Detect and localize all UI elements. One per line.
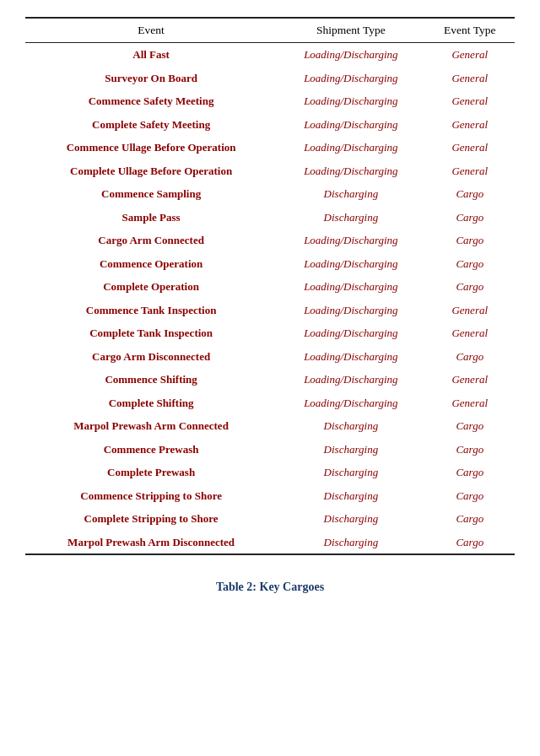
shipment-type: Discharging [277, 531, 424, 555]
shipment-type: Loading/Discharging [277, 275, 424, 299]
event-name: Commence Operation [25, 252, 277, 276]
table-caption: Table 2: Key Cargoes [25, 580, 515, 594]
table-row: Commence Safety MeetingLoading/Dischargi… [25, 89, 515, 113]
header-event-type: Event Type [425, 18, 515, 43]
shipment-type: Loading/Discharging [277, 136, 424, 159]
table-row: Complete Stripping to ShoreDischargingCa… [25, 507, 515, 531]
shipment-type: Loading/Discharging [277, 229, 424, 252]
shipment-type: Loading/Discharging [277, 43, 424, 67]
event-type: General [425, 368, 515, 392]
event-type: Cargo [425, 345, 515, 369]
event-type: General [425, 67, 515, 90]
event-type: Cargo [425, 484, 515, 508]
event-type: General [425, 113, 515, 137]
table-row: Commence Stripping to ShoreDischargingCa… [25, 484, 515, 508]
event-name: Complete Shifting [25, 392, 277, 415]
event-type: General [425, 321, 515, 345]
event-type: Cargo [425, 275, 515, 299]
table-row: Commence Ullage Before OperationLoading/… [25, 136, 515, 159]
table-row: Complete Ullage Before OperationLoading/… [25, 159, 515, 183]
event-name: Commence Tank Inspection [25, 299, 277, 322]
event-type: Cargo [425, 507, 515, 531]
table-row: Complete OperationLoading/DischargingCar… [25, 275, 515, 299]
event-name: Commence Shifting [25, 368, 277, 392]
shipment-type: Discharging [277, 438, 424, 462]
event-type: General [425, 392, 515, 415]
table-row: Commence SamplingDischargingCargo [25, 182, 515, 206]
event-name: Cargo Arm Connected [25, 229, 277, 252]
event-type: General [425, 43, 515, 67]
header-shipment-type: Shipment Type [277, 18, 424, 43]
shipment-type: Loading/Discharging [277, 321, 424, 345]
event-name: Marpol Prewash Arm Disconnected [25, 531, 277, 555]
shipment-type: Loading/Discharging [277, 113, 424, 137]
table-row: Commence Tank InspectionLoading/Discharg… [25, 299, 515, 322]
event-name: Surveyor On Board [25, 67, 277, 90]
event-name: Complete Stripping to Shore [25, 507, 277, 531]
shipment-type: Loading/Discharging [277, 159, 424, 183]
event-type: Cargo [425, 461, 515, 484]
shipment-type: Discharging [277, 206, 424, 230]
table-row: Complete Safety MeetingLoading/Dischargi… [25, 113, 515, 137]
event-type: General [425, 299, 515, 322]
event-name: Commence Ullage Before Operation [25, 136, 277, 159]
table-row: Cargo Arm ConnectedLoading/DischargingCa… [25, 229, 515, 252]
table-row: Marpol Prewash Arm DisconnectedDischargi… [25, 531, 515, 555]
table-header-row: Event Shipment Type Event Type [25, 18, 515, 43]
event-name: Cargo Arm Disconnected [25, 345, 277, 369]
event-type: Cargo [425, 206, 515, 230]
table-row: All FastLoading/DischargingGeneral [25, 43, 515, 67]
event-name: Commence Safety Meeting [25, 89, 277, 113]
event-name: Marpol Prewash Arm Connected [25, 414, 277, 438]
shipment-type: Discharging [277, 461, 424, 484]
event-name: Commence Prewash [25, 438, 277, 462]
shipment-type: Loading/Discharging [277, 392, 424, 415]
table-row: Cargo Arm DisconnectedLoading/Dischargin… [25, 345, 515, 369]
shipment-type: Loading/Discharging [277, 299, 424, 322]
event-type: Cargo [425, 414, 515, 438]
table-row: Surveyor On BoardLoading/DischargingGene… [25, 67, 515, 90]
event-name: All Fast [25, 43, 277, 67]
event-type: General [425, 136, 515, 159]
shipment-type: Discharging [277, 484, 424, 508]
event-name: Complete Safety Meeting [25, 113, 277, 137]
event-type: Cargo [425, 229, 515, 252]
table-row: Commence OperationLoading/DischargingCar… [25, 252, 515, 276]
shipment-type: Loading/Discharging [277, 368, 424, 392]
shipment-type: Loading/Discharging [277, 252, 424, 276]
event-type: General [425, 159, 515, 183]
shipment-type: Loading/Discharging [277, 67, 424, 90]
table-container: Event Shipment Type Event Type All FastL… [25, 17, 515, 594]
event-name: Complete Tank Inspection [25, 321, 277, 345]
event-name: Sample Pass [25, 206, 277, 230]
header-event: Event [25, 18, 277, 43]
event-name: Complete Operation [25, 275, 277, 299]
shipment-type: Discharging [277, 182, 424, 206]
event-type: Cargo [425, 438, 515, 462]
table-row: Sample PassDischargingCargo [25, 206, 515, 230]
table-row: Complete ShiftingLoading/DischargingGene… [25, 392, 515, 415]
shipment-type: Discharging [277, 507, 424, 531]
event-type: Cargo [425, 182, 515, 206]
table-row: Marpol Prewash Arm ConnectedDischargingC… [25, 414, 515, 438]
event-name: Complete Prewash [25, 461, 277, 484]
event-type: General [425, 89, 515, 113]
table-row: Commence ShiftingLoading/DischargingGene… [25, 368, 515, 392]
event-name: Commence Sampling [25, 182, 277, 206]
table-row: Complete Tank InspectionLoading/Discharg… [25, 321, 515, 345]
shipment-type: Discharging [277, 414, 424, 438]
event-name: Commence Stripping to Shore [25, 484, 277, 508]
events-table: Event Shipment Type Event Type All FastL… [25, 17, 515, 555]
shipment-type: Loading/Discharging [277, 89, 424, 113]
event-name: Complete Ullage Before Operation [25, 159, 277, 183]
shipment-type: Loading/Discharging [277, 345, 424, 369]
table-row: Complete PrewashDischargingCargo [25, 461, 515, 484]
event-type: Cargo [425, 252, 515, 276]
event-type: Cargo [425, 531, 515, 555]
table-row: Commence PrewashDischargingCargo [25, 438, 515, 462]
